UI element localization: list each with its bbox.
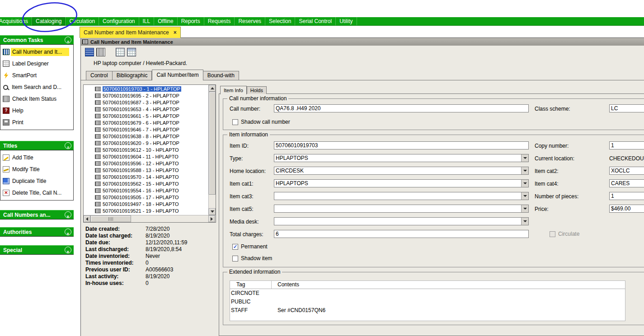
wizard-tab-call-number-item-maintenance[interactable]: Call Number and Item Maintenance × [80,27,181,38]
expand-chevron-icon[interactable]: » [65,247,71,253]
item-cat3-dropdown[interactable] [274,192,529,200]
tree-item[interactable]: 50706010919679 - 6 - HPLAPTOP [84,119,208,126]
price-input[interactable] [609,205,644,213]
chevron-down-icon[interactable] [521,154,528,162]
tab-control[interactable]: Control [86,71,113,80]
chevron-down-icon[interactable] [521,167,528,174]
horizontal-scrollbar[interactable] [84,215,216,222]
tree-item[interactable]: 50706010919570 - 14 - HPLAPTO [84,173,208,180]
sidebar-item-check-item-status[interactable]: Check Item Status [0,93,73,105]
sidebar-header-special[interactable]: Special » [0,245,74,255]
scroll-up-button[interactable] [209,85,216,92]
tree-item[interactable]: 50706010919596 - 12 - HPLAPTO [84,160,208,167]
toolbar-book-icon[interactable] [85,48,94,56]
sidebar-item-label-designer[interactable]: Label Designer [0,58,73,70]
menu-item-serial-control[interactable]: Serial Control [295,17,336,25]
item-cat2-dropdown[interactable]: XOCLC [609,167,644,175]
toolbar-grid-icon[interactable] [116,48,125,56]
class-scheme-dropdown[interactable]: LC [609,104,644,112]
tree-item[interactable]: 50706010919695 - 2 - HPLAPTOP [84,92,208,99]
tree-item[interactable]: 50706010919554 - 16 - HPLAPTO [84,187,208,194]
media-desk-dropdown[interactable] [274,217,529,225]
sidebar-header-call-numbers[interactable]: Call Numbers an... » [0,210,74,219]
menu-item-circulation[interactable]: Circulation [66,17,99,25]
scroll-left-button[interactable] [84,215,90,222]
copy-number-input[interactable] [609,141,644,149]
tree-item[interactable]: 50706010919588 - 13 - HPLAPTO [84,167,208,173]
expand-chevron-icon[interactable]: » [65,211,71,218]
type-dropdown[interactable]: HPLAPTOPS [274,154,529,162]
chevron-down-icon[interactable] [521,205,528,212]
sidebar-item-item-search[interactable]: Item Search and D... [0,81,73,93]
sidebar-header-common-tasks[interactable]: Common Tasks » [0,35,74,45]
checkbox-icon[interactable] [232,119,238,125]
toolbar-barcode-icon[interactable] [96,48,105,56]
total-charges-input[interactable] [274,230,529,238]
menu-item-reports[interactable]: Reports [178,17,204,25]
number-of-pieces-input[interactable] [609,192,644,200]
scrollbar-thumb[interactable] [209,92,216,195]
tab-holds[interactable]: Holds [247,86,267,94]
scroll-down-button[interactable] [209,208,216,215]
tree-item[interactable]: 50706010919661 - 5 - HPLAPTOP [84,112,208,119]
sidebar-header-titles[interactable]: Titles » [0,141,74,150]
tree-item[interactable]: 50706010919562 - 15 - HPLAPTO [84,180,208,187]
menu-item-selection[interactable]: Selection [265,17,295,25]
toolbar-grid2-icon[interactable] [127,48,136,56]
tab-bibliographic[interactable]: Bibliographic [113,71,152,80]
table-row[interactable]: STAFF Ser #CND0157QN6 [230,306,625,315]
menu-item-requests[interactable]: Requests [204,17,235,25]
sidebar-item-print[interactable]: Print [0,117,73,128]
call-number-input[interactable] [274,104,529,112]
table-row[interactable]: PUBLIC [230,298,625,306]
chevron-down-icon[interactable] [521,192,528,200]
shadow-item-checkbox[interactable]: Shadow item [232,255,272,261]
tree-item[interactable]: 50706010919653 - 4 - HPLAPTOP [84,106,208,112]
checkbox-checked-icon[interactable] [232,244,238,250]
tree-item[interactable]: 50706010919612 - 10 - HPLAPTO [84,146,208,153]
menu-item-cataloging[interactable]: Cataloging [32,17,66,25]
sidebar-item-smartport[interactable]: SmartPort [0,70,73,81]
home-location-dropdown[interactable]: CIRCDESK [274,167,529,175]
menu-item-utility[interactable]: Utility [336,17,357,25]
sidebar-header-authorities[interactable]: Authorities » [0,227,74,237]
tree-item[interactable]: 50706010919521 - 19 - HPLAPTO [84,207,208,214]
tab-bound-with[interactable]: Bound-with [203,71,239,80]
permanent-checkbox[interactable]: Permanent [232,243,268,250]
sidebar-item-call-number-maintenance[interactable]: Call Number and It... [0,46,73,58]
checkbox-icon[interactable] [232,256,238,261]
sidebar-item-duplicate-title[interactable]: Duplicate Title [0,175,73,187]
expand-chevron-icon[interactable]: » [65,229,71,235]
close-icon[interactable]: × [174,30,177,35]
vertical-scrollbar[interactable] [208,85,216,215]
menu-item-offline[interactable]: Offline [154,17,177,25]
scroll-right-button[interactable] [208,215,215,222]
tab-item-info[interactable]: Item Info [220,86,247,94]
tree-item[interactable]: 50706010919646 - 7 - HPLAPTOP [84,126,208,133]
chevron-down-icon[interactable] [521,218,528,225]
tree-item[interactable]: 50706010919638 - 8 - HPLAPTOP [84,133,208,140]
item-id-input[interactable] [274,141,529,149]
sidebar-item-add-title[interactable]: Add Title [0,152,73,163]
item-cat1-dropdown[interactable]: HPLAPTOPS [274,179,529,187]
collapse-chevron-icon[interactable]: » [65,142,71,149]
tree-item[interactable]: 50706010919620 - 9 - HPLAPTOP [84,140,208,146]
menu-item-configuration[interactable]: Configuration [99,17,139,25]
tree-item[interactable]: 50706010919505 - 17 - HPLAPTO [84,194,208,201]
scrollbar-thumb[interactable] [90,215,131,222]
menu-item-acquisitions[interactable]: Acquisitions [0,17,32,25]
shadow-call-number-checkbox[interactable]: Shadow call number [232,119,290,125]
chevron-down-icon[interactable] [521,180,528,187]
menu-item-reserves[interactable]: Reserves [235,17,265,25]
sidebar-item-delete-title[interactable]: Delete Title, Call N... [0,187,73,199]
item-cat5-dropdown[interactable] [274,205,529,213]
tree-item[interactable]: 50706010919703 - 1 - HPLAPTOP [84,85,208,92]
item-cat4-dropdown[interactable]: CARES [609,179,644,187]
table-row[interactable]: CIRCNOTE [230,289,625,298]
tree-item[interactable]: 50706010919687 - 3 - HPLAPTOP [84,99,208,106]
tree-item[interactable]: 50706010919604 - 11 - HPLAPTO [84,153,208,160]
tree-item[interactable]: 50706010919497 - 18 - HPLAPTO [84,201,208,207]
tab-call-number-item[interactable]: Call Number/Item [152,70,203,80]
menu-item-ill[interactable]: ILL [139,17,155,25]
sidebar-item-help[interactable]: Help [0,105,73,117]
